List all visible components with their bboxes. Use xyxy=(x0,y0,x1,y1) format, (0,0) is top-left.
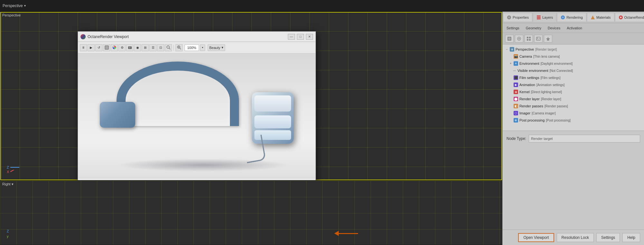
tree-label-perspective: Perspective xyxy=(516,47,534,51)
help-button[interactable]: Help xyxy=(622,233,640,242)
tree-tag-perspective: [Render target] xyxy=(535,48,557,51)
viewport-mode-dropdown-icon[interactable]: ▾ xyxy=(24,4,26,7)
panel-tool-btn5[interactable] xyxy=(544,35,552,43)
refresh-button[interactable]: ↺ xyxy=(95,44,102,51)
panel-tabs: Properties Layers Rendering Materials Oc… xyxy=(503,12,644,23)
tb-btn8[interactable]: ⊞ xyxy=(142,44,149,51)
open-viewport-button[interactable]: Open Viewport xyxy=(518,233,554,242)
beauty-mode-dropdown[interactable]: Beauty ▾ xyxy=(208,44,225,51)
octane-toolbar: ⏸ ▶ ↺ ⚙ ◉ ⊞ ☰ ⊡ xyxy=(78,42,316,54)
beauty-dropdown-arrow: ▾ xyxy=(222,45,223,50)
arrow-annotation xyxy=(334,231,358,236)
tree-icon-render-layer: ⬤ xyxy=(514,97,518,101)
tree-tag-visible-env: [Not Connected] xyxy=(550,69,573,73)
zoom-percent-dropdown[interactable]: ▾ xyxy=(200,44,205,51)
tree-tag-kernel: [Direct lighting kernel] xyxy=(531,90,562,94)
tree-item-render-passes[interactable]: ◧ Render passes [Render passes] xyxy=(503,103,644,110)
zoom-percent-input[interactable] xyxy=(185,44,199,51)
tab-octanerender[interactable]: OctaneRender xyxy=(615,13,644,22)
tab-layers[interactable]: Layers xyxy=(533,13,556,22)
tree-expand-render-layer xyxy=(509,97,512,101)
viewport-perspective[interactable]: Perspective Z X xyxy=(0,12,502,181)
zoom-icon xyxy=(166,45,171,50)
pause-button[interactable]: ⏸ xyxy=(80,44,87,51)
viewport-top-label: Perspective xyxy=(2,13,21,17)
tree-expand-imager xyxy=(509,112,512,115)
light-icon xyxy=(546,36,550,41)
tree-expand-env[interactable]: + xyxy=(509,62,512,65)
tree-item-animation[interactable]: ▶ Animation [Animation settings] xyxy=(503,81,644,88)
tree-expand-kernel xyxy=(509,90,512,93)
svg-marker-34 xyxy=(546,37,550,41)
tb-btn12[interactable] xyxy=(175,44,183,51)
tree-icon-post: ⊕ xyxy=(514,118,518,122)
tree-item-perspective[interactable]: − ⊞ Perspective [Render target] xyxy=(503,46,644,53)
viewport-bottom-dropdown-icon[interactable]: ▾ xyxy=(12,182,14,186)
tree-icon-perspective: ⊞ xyxy=(510,47,514,52)
octane-app-icon xyxy=(80,34,86,39)
axis-x-line: X xyxy=(7,170,20,174)
tab-rendering[interactable]: Rendering xyxy=(557,13,586,22)
top-bar: Perspective ▾ xyxy=(0,0,644,12)
properties-tab-label: Properties xyxy=(513,15,529,19)
svg-point-19 xyxy=(562,16,564,18)
subtab-devices[interactable]: Devices xyxy=(546,25,562,31)
tb-btn7[interactable]: ◉ xyxy=(134,44,141,51)
tree-tag-camera: [Thin lens camera] xyxy=(533,55,560,58)
tb-btn11[interactable] xyxy=(165,44,172,51)
layers-tab-label: Layers xyxy=(542,15,553,19)
tb-btn9[interactable]: ☰ xyxy=(149,44,156,51)
tree-expand-perspective[interactable]: − xyxy=(505,48,508,51)
hp-shadow xyxy=(117,159,290,172)
settings-button[interactable]: Settings xyxy=(596,233,620,242)
tree-label-env: Environment xyxy=(519,62,539,65)
tree-item-film[interactable]: ⬛ Film settings [Film settings] xyxy=(503,74,644,81)
materials-tab-icon xyxy=(591,15,595,20)
color-button[interactable] xyxy=(111,44,118,51)
octane-window-controls: — □ ✕ xyxy=(288,34,313,40)
subtab-geometry[interactable]: Geometry xyxy=(525,25,543,31)
materials-tab-label: Materials xyxy=(596,15,611,19)
svg-rect-32 xyxy=(536,37,540,40)
tb-btn5[interactable]: ⚙ xyxy=(118,44,126,51)
subtab-activation[interactable]: Activation xyxy=(565,25,583,31)
panel-tool-btn2[interactable] xyxy=(515,35,523,43)
axis-x-icon xyxy=(10,170,20,174)
tree-item-post-processing[interactable]: ⊕ Post processing [Post processing] xyxy=(503,117,644,124)
node-type-label: Node Type: xyxy=(507,136,526,141)
viewport-bottom-name: Right xyxy=(2,182,11,186)
camera-icon xyxy=(128,45,132,50)
panel-tool-btn4[interactable] xyxy=(534,35,543,43)
tree-item-render-layer[interactable]: ⬤ Render layer [Render layer] xyxy=(503,95,644,103)
tab-materials[interactable]: Materials xyxy=(587,13,614,22)
tree-expand-post xyxy=(509,119,512,122)
tree-item-visible-env[interactable]: — Visible environment [Not Connected] xyxy=(503,67,644,74)
tb-btn10[interactable]: ⊡ xyxy=(157,44,164,51)
tab-properties[interactable]: Properties xyxy=(503,13,532,22)
tb-btn6[interactable] xyxy=(126,44,133,51)
svg-point-7 xyxy=(167,46,169,48)
axis-z-line: Z xyxy=(7,165,20,169)
tree-item-imager[interactable]: ⬡ Imager [Camera imager] xyxy=(503,110,644,117)
tree-item-environment[interactable]: + ☀ Environment [Daylight environment] xyxy=(503,60,644,67)
right-panel: Properties Layers Rendering Materials Oc… xyxy=(502,12,644,245)
panel-tree: − ⊞ Perspective [Render target] 📷 Camera… xyxy=(503,44,644,131)
tree-label-render-passes: Render passes xyxy=(519,104,543,108)
viewport-right[interactable]: Right ▾ Z y xyxy=(0,181,502,245)
close-button[interactable]: ✕ xyxy=(306,34,313,40)
resolution-lock-button[interactable]: Resolution Lock xyxy=(557,233,594,242)
tree-icon-kernel: ◈ xyxy=(514,90,518,94)
minimize-button[interactable]: — xyxy=(288,34,295,40)
tree-icon-animation: ▶ xyxy=(514,83,518,87)
tree-item-camera[interactable]: 📷 Camera [Thin lens camera] xyxy=(503,53,644,60)
panel-tool-btn3[interactable] xyxy=(525,35,533,43)
tree-item-kernel[interactable]: ◈ Kernel [Direct lighting kernel] xyxy=(503,88,644,95)
render-settings-button[interactable] xyxy=(103,44,110,51)
restore-button[interactable]: □ xyxy=(297,34,304,40)
tree-label-kernel: Kernel xyxy=(519,90,530,94)
node-type-input[interactable] xyxy=(529,135,640,142)
play-button[interactable]: ▶ xyxy=(88,44,95,51)
svg-point-14 xyxy=(508,16,510,18)
subtab-settings[interactable]: Settings xyxy=(505,25,521,31)
panel-tool-btn1[interactable] xyxy=(505,35,514,43)
